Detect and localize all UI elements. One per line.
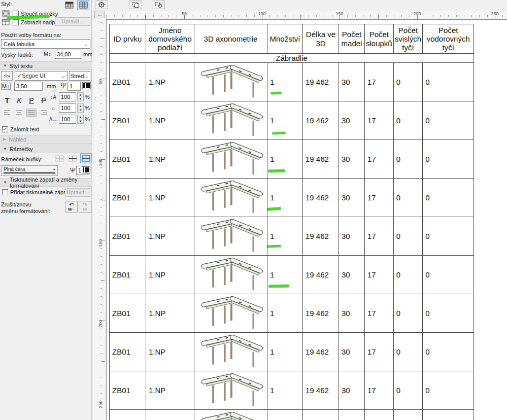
cell-vertical-bar-count[interactable]: 0 [393, 371, 423, 410]
cell-post-count[interactable]: 17 [365, 371, 394, 410]
cell-element-id[interactable]: ZB01 [110, 256, 146, 294]
cell-3d-axonometry[interactable] [194, 294, 267, 333]
cell-horizontal-bar-count[interactable]: 0 [423, 63, 474, 101]
cell-post-count[interactable]: 17 [365, 179, 394, 217]
cell-handrail-count[interactable]: 30 [339, 217, 365, 256]
cell-length-3d[interactable]: 19 462 [303, 371, 339, 410]
cell-3d-axonometry[interactable] [194, 371, 267, 410]
cell-handrail-count[interactable]: 30 [339, 371, 365, 410]
cell-horizontal-bar-count[interactable]: 0 [423, 333, 474, 371]
cell-home-story[interactable]: 1.NP [146, 371, 194, 410]
cell-length-3d[interactable]: 19 462 [303, 140, 339, 179]
line-type-select[interactable]: Plná čára ▸ [1, 165, 58, 176]
font-size-input[interactable] [14, 82, 43, 91]
cell-post-count[interactable]: 17 [365, 333, 394, 371]
text-pen-input[interactable] [67, 82, 81, 91]
table-style-grid-button[interactable] [77, 0, 89, 10]
cell-home-story[interactable]: 1.NP [146, 140, 194, 179]
cell-element-id[interactable]: ZB01 [110, 410, 146, 420]
cell-post-count[interactable]: 17 [365, 140, 394, 179]
cell-quantity[interactable]: 1 [267, 256, 303, 294]
cell-length-3d[interactable]: 19 462 [303, 410, 339, 420]
cell-handrail-count[interactable]: 30 [339, 140, 365, 179]
cell-vertical-bar-count[interactable]: 0 [393, 140, 423, 179]
cell-post-count[interactable]: 17 [365, 410, 394, 420]
element-settings-button[interactable] [152, 1, 165, 9]
cell-3d-axonometry[interactable] [194, 179, 267, 217]
cell-home-story[interactable]: 1.NP [146, 217, 194, 256]
cell-vertical-bar-count[interactable]: 0 [393, 333, 423, 371]
italic-button[interactable]: K [14, 95, 24, 106]
ruler-options-button[interactable]: ... [94, 11, 105, 18]
cell-quantity[interactable]: 1 [267, 179, 303, 217]
select-elements-button[interactable] [129, 1, 142, 9]
cell-post-count[interactable]: 17 [365, 217, 394, 256]
cell-length-3d[interactable]: 19 462 [303, 101, 339, 140]
cell-length-3d[interactable]: 19 462 [303, 333, 339, 371]
char-spacing-input[interactable] [59, 115, 76, 124]
font-script-select[interactable]: Stred...pske ⌄ [69, 71, 90, 81]
frame-pen-color-swatch[interactable] [82, 166, 90, 173]
font-family-select[interactable]: ✓Segoe UI ⌄ [15, 71, 67, 81]
cell-handrail-count[interactable]: 30 [339, 101, 365, 140]
cell-quantity[interactable]: 1 [267, 371, 303, 410]
cell-home-story[interactable]: 1.NP [146, 63, 194, 101]
cell-quantity[interactable]: 1 [267, 294, 303, 333]
underline-button[interactable]: P [26, 95, 37, 106]
column-header[interactable]: Počet vodorovných tyčí [423, 24, 474, 54]
redo-format-button[interactable]: ↷ B/ [79, 201, 91, 213]
column-header[interactable]: ID prvku [110, 24, 146, 54]
cell-post-count[interactable]: 17 [365, 256, 394, 294]
spinner-arrows[interactable]: ▲▼ [77, 115, 84, 124]
cell-handrail-count[interactable]: 30 [339, 179, 365, 217]
column-header[interactable]: Délka ve 3D [303, 24, 339, 54]
cell-3d-axonometry[interactable] [194, 101, 267, 140]
cell-post-count[interactable]: 17 [365, 294, 394, 333]
cell-element-id[interactable]: ZB01 [110, 63, 146, 101]
cell-quantity[interactable]: 1 [267, 140, 303, 179]
spinner-arrows[interactable]: ▲▼ [77, 103, 84, 113]
cell-3d-axonometry[interactable] [194, 217, 267, 256]
cell-quantity[interactable]: 1 [267, 101, 303, 140]
apply-format-select[interactable]: Celá tabulka ⌄ [1, 39, 90, 49]
cell-vertical-bar-count[interactable]: 0 [393, 410, 423, 420]
cell-element-id[interactable]: ZB01 [110, 371, 146, 410]
border-cross-button[interactable] [67, 153, 79, 163]
cell-length-3d[interactable]: 19 462 [303, 294, 339, 333]
cell-handrail-count[interactable]: 30 [339, 256, 365, 294]
border-all-button[interactable] [80, 153, 92, 163]
add-printable-footer-checkbox[interactable]: Přidat tisknutelné zápatí [2, 189, 70, 195]
preview-section-header[interactable]: ▶ Náhled [0, 135, 92, 144]
column-header[interactable]: 3D axonometrie [194, 24, 267, 54]
column-header[interactable]: Počet madel [339, 24, 365, 54]
char-height-scale-stepper[interactable]: ↕A ▲▼ % [49, 92, 90, 101]
char-width-scale-input[interactable] [59, 103, 76, 113]
cell-element-id[interactable]: ZB01 [110, 333, 146, 371]
cell-3d-axonometry[interactable] [194, 333, 267, 371]
table-style-dense-button[interactable] [63, 0, 75, 10]
cell-horizontal-bar-count[interactable]: 0 [423, 101, 474, 140]
cell-home-story[interactable]: 1.NP [146, 179, 194, 217]
column-header[interactable]: Počet sloupků [365, 24, 394, 54]
spinner-arrows[interactable]: ▲▼ [77, 92, 84, 101]
cell-handrail-count[interactable]: 30 [339, 333, 365, 371]
text-style-section-header[interactable]: ▼ Styl textu [0, 61, 92, 70]
cell-3d-axonometry[interactable] [194, 410, 267, 420]
cell-element-id[interactable]: ZB01 [110, 217, 146, 256]
scheme-settings-button[interactable] [95, 1, 108, 9]
cell-quantity[interactable]: 1 [267, 410, 303, 420]
cell-3d-axonometry[interactable] [194, 256, 267, 294]
cell-quantity[interactable]: 1 [267, 63, 303, 101]
border-inner-button[interactable] [54, 153, 65, 163]
cell-length-3d[interactable]: 19 462 [303, 256, 339, 294]
char-spacing-stepper[interactable]: A↔ ▲▼ % [49, 115, 90, 124]
char-width-scale-stepper[interactable]: ⌂ ▲▼ % [49, 103, 90, 113]
cell-handrail-count[interactable]: 30 [339, 410, 365, 420]
wrap-text-checkbox[interactable]: ✓ Zalomit text [2, 126, 39, 132]
printable-footer-section-header[interactable]: ▼ Tisknutelné zápatí a změny formátování [0, 178, 92, 187]
align-right-button[interactable] [39, 109, 49, 117]
cell-handrail-count[interactable]: 30 [339, 63, 365, 101]
cell-post-count[interactable]: 17 [365, 101, 394, 140]
cell-vertical-bar-count[interactable]: 0 [393, 256, 423, 294]
undo-format-button[interactable]: ↶ B/– [65, 201, 78, 213]
